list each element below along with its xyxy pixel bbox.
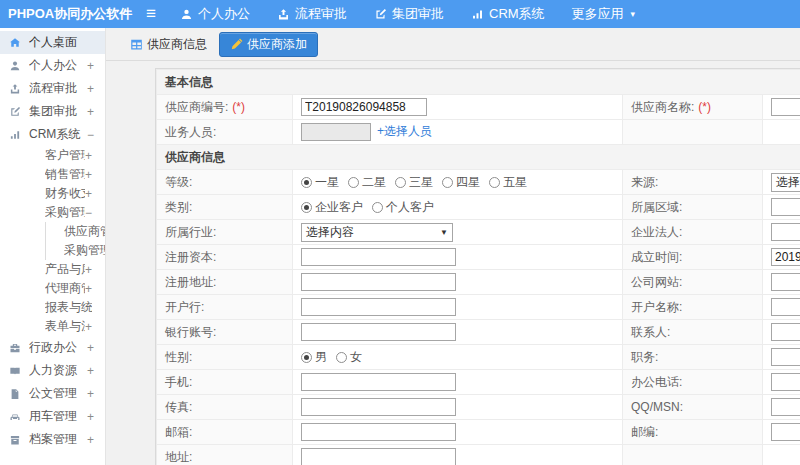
position-label: 职务: (631, 350, 658, 364)
sidebar-subitem-agent-mgmt[interactable]: 代理商管理+ (0, 279, 105, 298)
expand-icon[interactable]: + (87, 387, 94, 401)
sidebar-item-personal-office[interactable]: 个人办公+ (0, 54, 105, 77)
email-input[interactable] (301, 423, 456, 441)
tab-label: 供应商信息 (147, 36, 207, 53)
sidebar-subitem-report-statistics[interactable]: 报表与统计 (0, 298, 105, 317)
bank-account-input[interactable] (301, 323, 456, 341)
sidebar-item-vehicle-mgmt[interactable]: 用车管理+ (0, 405, 105, 428)
expand-icon[interactable]: + (85, 282, 92, 296)
gender-radio-1[interactable]: 女 (336, 349, 362, 366)
industry-select[interactable]: 选择内容▼ (301, 223, 453, 242)
expand-icon[interactable]: + (87, 410, 94, 424)
sidebar-item-archive-mgmt[interactable]: 档案管理+ (0, 428, 105, 451)
supplier-name-input[interactable] (771, 98, 800, 116)
sidebar-subitem-label: 采购管理 (45, 204, 85, 221)
position-input[interactable] (771, 348, 800, 366)
gender-radio-0[interactable]: 男 (301, 349, 327, 366)
category-radio-0[interactable]: 企业客户 (301, 199, 363, 216)
expand-icon[interactable]: + (85, 263, 92, 277)
contact-person-input[interactable] (771, 323, 800, 341)
address-input[interactable] (301, 448, 456, 465)
qq-msn-input[interactable] (771, 398, 800, 416)
label-cell: 成立时间: (623, 245, 763, 270)
business-person-input[interactable] (301, 123, 371, 141)
nav-group-approval[interactable]: 集团审批 (374, 5, 444, 23)
control-cell (293, 420, 623, 445)
flow-icon (9, 83, 22, 95)
nav-more-apps[interactable]: 更多应用▾ (572, 5, 636, 23)
radio-unchecked-icon (489, 177, 500, 188)
founded-date-input[interactable] (771, 248, 800, 266)
form-row: 所属行业:选择内容▼企业法人: (157, 220, 800, 245)
office-phone-input[interactable] (771, 373, 800, 391)
website-input[interactable] (771, 273, 800, 291)
expand-icon[interactable]: + (87, 105, 94, 119)
sidebar-subitem-product-inventory[interactable]: 产品与库存+ (0, 260, 105, 279)
account-name-input[interactable] (771, 298, 800, 316)
tab-supplier-info[interactable]: 供应商信息 (130, 36, 207, 53)
label-cell: QQ/MSN: (623, 395, 763, 420)
mobile-input[interactable] (301, 373, 456, 391)
tab-supplier-add[interactable]: 供应商添加 (219, 32, 318, 57)
sidebar-subitem-label: 供应商管理 (64, 223, 105, 240)
control-cell: 一星二星三星四星五星 (293, 170, 623, 195)
nav-personal-office[interactable]: 个人办公 (180, 5, 250, 23)
sidebar-item-personal-desktop[interactable]: 个人桌面 (0, 31, 105, 54)
level-radio-1[interactable]: 二星 (348, 174, 386, 191)
sidebar-item-workflow-approval[interactable]: 流程审批+ (0, 77, 105, 100)
sidebar-item-document-mgmt[interactable]: 公文管理+ (0, 382, 105, 405)
bank-branch-input[interactable] (301, 298, 456, 316)
nav-label: 集团审批 (392, 5, 444, 23)
category-radio-1[interactable]: 个人客户 (372, 199, 434, 216)
expand-icon[interactable]: + (85, 168, 92, 182)
sidebar-item-crm-system[interactable]: CRM系统− (0, 123, 105, 146)
level-radio-0[interactable]: 一星 (301, 174, 339, 191)
nav-workflow-approval[interactable]: 流程审批 (277, 5, 347, 23)
expand-icon[interactable]: + (87, 82, 94, 96)
sidebar-subitem-finance-income-expense[interactable]: 财务收支+ (0, 184, 105, 203)
expand-icon[interactable]: + (85, 149, 92, 163)
collapse-icon[interactable]: − (85, 206, 92, 220)
business-person-picker-link[interactable]: +选择人员 (377, 124, 432, 138)
sidebar-subitem-supplier-mgmt[interactable]: 供应商管理 (46, 222, 105, 241)
label-cell: 开户名称: (623, 295, 763, 320)
expand-icon[interactable]: + (87, 433, 94, 447)
sidebar-subitem-purchasing-mgmt[interactable]: 采购管理 (46, 241, 105, 260)
level-radio-2[interactable]: 三星 (395, 174, 433, 191)
label-cell: 注册地址: (157, 270, 293, 295)
supplier-code-input[interactable] (301, 98, 427, 116)
expand-icon[interactable]: + (87, 59, 94, 73)
sidebar-item-human-resources[interactable]: 人力资源+ (0, 359, 105, 382)
form-row: 地址: (157, 445, 800, 465)
nav-crm-system[interactable]: CRM系统 (471, 5, 545, 23)
briefcase-icon (9, 342, 22, 354)
sidebar-subitem-form-workflow-settings[interactable]: 表单与流程设置+ (0, 317, 105, 336)
level-radio-4[interactable]: 五星 (489, 174, 527, 191)
control-cell (763, 420, 800, 445)
fax-input[interactable] (301, 398, 456, 416)
level-radio-3[interactable]: 四星 (442, 174, 480, 191)
expand-icon[interactable]: + (85, 187, 92, 201)
doc-icon (9, 388, 22, 400)
expand-icon[interactable]: + (87, 341, 94, 355)
sidebar-subitem-sales-mgmt[interactable]: 销售管理+ (0, 165, 105, 184)
source-select[interactable]: 选择内容▼ (771, 173, 800, 192)
expand-icon[interactable]: + (87, 364, 94, 378)
menu-toggle-icon[interactable]: ≡ (132, 0, 170, 28)
sidebar: 个人桌面个人办公+流程审批+集团审批+CRM系统−客户管理+销售管理+财务收支+… (0, 28, 106, 465)
sidebar-subitem-customer-mgmt[interactable]: 客户管理+ (0, 146, 105, 165)
region-label: 所属区域: (631, 200, 682, 214)
registered-address-input[interactable] (301, 273, 456, 291)
region-input[interactable] (771, 198, 800, 216)
sidebar-item-group-approval[interactable]: 集团审批+ (0, 100, 105, 123)
sidebar-subitem-label: 采购管理 (64, 242, 105, 259)
sidebar-item-admin-office[interactable]: 行政办公+ (0, 336, 105, 359)
legal-person-input[interactable] (771, 223, 800, 241)
registered-capital-input[interactable] (301, 248, 456, 266)
expand-icon[interactable]: + (85, 320, 92, 334)
collapse-icon[interactable]: − (87, 128, 94, 142)
label-cell: 等级: (157, 170, 293, 195)
sidebar-subitem-purchase-mgmt[interactable]: 采购管理− (0, 203, 105, 222)
postcode-input[interactable] (771, 423, 800, 441)
pencil-icon (230, 38, 243, 51)
